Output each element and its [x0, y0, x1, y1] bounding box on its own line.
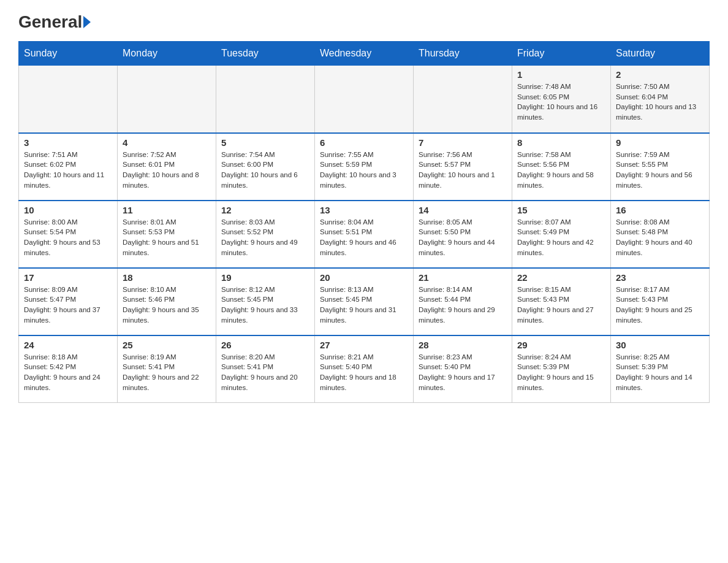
day-number: 28 — [419, 340, 507, 350]
day-info: Sunrise: 8:25 AMSunset: 5:39 PMDaylight:… — [616, 352, 704, 393]
day-number: 21 — [419, 272, 507, 283]
calendar-cell: 24Sunrise: 8:18 AMSunset: 5:42 PMDayligh… — [19, 335, 118, 403]
day-number: 30 — [616, 340, 704, 350]
day-info: Sunrise: 8:01 AMSunset: 5:53 PMDaylight:… — [123, 217, 211, 258]
calendar-cell: 19Sunrise: 8:12 AMSunset: 5:45 PMDayligh… — [216, 268, 315, 335]
day-number: 16 — [616, 205, 704, 215]
calendar-cell — [19, 66, 118, 133]
day-number: 9 — [616, 137, 704, 148]
day-number: 5 — [221, 137, 309, 148]
day-of-week-header: Sunday — [19, 42, 118, 66]
calendar-cell: 14Sunrise: 8:05 AMSunset: 5:50 PMDayligh… — [414, 201, 512, 268]
calendar-cell: 21Sunrise: 8:14 AMSunset: 5:44 PMDayligh… — [414, 268, 512, 335]
day-info: Sunrise: 8:07 AMSunset: 5:49 PMDaylight:… — [517, 217, 605, 258]
day-info: Sunrise: 8:04 AMSunset: 5:51 PMDaylight:… — [320, 217, 408, 258]
day-info: Sunrise: 8:09 AMSunset: 5:47 PMDaylight:… — [24, 285, 112, 326]
page-header: General — [18, 12, 710, 29]
day-info: Sunrise: 7:59 AMSunset: 5:55 PMDaylight:… — [616, 150, 704, 191]
logo: General — [18, 12, 91, 29]
calendar-cell — [315, 66, 414, 133]
day-number: 26 — [221, 340, 309, 350]
day-info: Sunrise: 8:03 AMSunset: 5:52 PMDaylight:… — [221, 217, 309, 258]
calendar-cell: 7Sunrise: 7:56 AMSunset: 5:57 PMDaylight… — [414, 133, 512, 201]
day-of-week-header: Saturday — [611, 42, 710, 66]
day-number: 4 — [123, 137, 211, 148]
day-info: Sunrise: 8:21 AMSunset: 5:40 PMDaylight:… — [320, 352, 408, 393]
calendar-cell: 16Sunrise: 8:08 AMSunset: 5:48 PMDayligh… — [611, 201, 710, 268]
calendar-cell: 11Sunrise: 8:01 AMSunset: 5:53 PMDayligh… — [118, 201, 216, 268]
calendar-cell: 6Sunrise: 7:55 AMSunset: 5:59 PMDaylight… — [315, 133, 414, 201]
calendar-cell: 1Sunrise: 7:48 AMSunset: 6:05 PMDaylight… — [512, 66, 611, 133]
day-number: 10 — [24, 205, 112, 215]
calendar-week-row: 24Sunrise: 8:18 AMSunset: 5:42 PMDayligh… — [19, 335, 710, 403]
day-info: Sunrise: 8:17 AMSunset: 5:43 PMDaylight:… — [616, 285, 704, 326]
calendar-cell: 26Sunrise: 8:20 AMSunset: 5:41 PMDayligh… — [216, 335, 315, 403]
calendar-cell: 13Sunrise: 8:04 AMSunset: 5:51 PMDayligh… — [315, 201, 414, 268]
calendar-cell: 3Sunrise: 7:51 AMSunset: 6:02 PMDaylight… — [19, 133, 118, 201]
calendar-week-row: 1Sunrise: 7:48 AMSunset: 6:05 PMDaylight… — [19, 66, 710, 133]
day-info: Sunrise: 7:48 AMSunset: 6:05 PMDaylight:… — [517, 82, 605, 123]
calendar-cell: 20Sunrise: 8:13 AMSunset: 5:45 PMDayligh… — [315, 268, 414, 335]
calendar-cell: 10Sunrise: 8:00 AMSunset: 5:54 PMDayligh… — [19, 201, 118, 268]
day-number: 7 — [419, 137, 507, 148]
logo-general-text: General — [18, 12, 82, 32]
day-info: Sunrise: 7:52 AMSunset: 6:01 PMDaylight:… — [123, 150, 211, 191]
day-number: 1 — [517, 69, 605, 80]
day-of-week-header: Tuesday — [216, 42, 315, 66]
calendar-week-row: 17Sunrise: 8:09 AMSunset: 5:47 PMDayligh… — [19, 268, 710, 335]
calendar-cell: 25Sunrise: 8:19 AMSunset: 5:41 PMDayligh… — [118, 335, 216, 403]
calendar-cell: 29Sunrise: 8:24 AMSunset: 5:39 PMDayligh… — [512, 335, 611, 403]
calendar-cell: 17Sunrise: 8:09 AMSunset: 5:47 PMDayligh… — [19, 268, 118, 335]
calendar-cell: 15Sunrise: 8:07 AMSunset: 5:49 PMDayligh… — [512, 201, 611, 268]
day-number: 19 — [221, 272, 309, 283]
calendar-cell: 4Sunrise: 7:52 AMSunset: 6:01 PMDaylight… — [118, 133, 216, 201]
day-number: 12 — [221, 205, 309, 215]
day-info: Sunrise: 7:56 AMSunset: 5:57 PMDaylight:… — [419, 150, 507, 191]
day-info: Sunrise: 8:24 AMSunset: 5:39 PMDaylight:… — [517, 352, 605, 393]
calendar-cell — [216, 66, 315, 133]
day-number: 14 — [419, 205, 507, 215]
day-number: 29 — [517, 340, 605, 350]
day-info: Sunrise: 8:05 AMSunset: 5:50 PMDaylight:… — [419, 217, 507, 258]
day-number: 11 — [123, 205, 211, 215]
calendar-cell: 5Sunrise: 7:54 AMSunset: 6:00 PMDaylight… — [216, 133, 315, 201]
calendar-cell: 18Sunrise: 8:10 AMSunset: 5:46 PMDayligh… — [118, 268, 216, 335]
day-number: 18 — [123, 272, 211, 283]
day-info: Sunrise: 8:12 AMSunset: 5:45 PMDaylight:… — [221, 285, 309, 326]
day-info: Sunrise: 8:15 AMSunset: 5:43 PMDaylight:… — [517, 285, 605, 326]
day-number: 17 — [24, 272, 112, 283]
header-row: SundayMondayTuesdayWednesdayThursdayFrid… — [19, 42, 710, 66]
day-info: Sunrise: 7:58 AMSunset: 5:56 PMDaylight:… — [517, 150, 605, 191]
day-info: Sunrise: 8:20 AMSunset: 5:41 PMDaylight:… — [221, 352, 309, 393]
day-of-week-header: Thursday — [414, 42, 512, 66]
day-number: 24 — [24, 340, 112, 350]
logo-arrow-icon — [83, 16, 91, 28]
calendar-cell — [414, 66, 512, 133]
calendar-cell: 8Sunrise: 7:58 AMSunset: 5:56 PMDaylight… — [512, 133, 611, 201]
day-info: Sunrise: 8:13 AMSunset: 5:45 PMDaylight:… — [320, 285, 408, 326]
calendar-cell: 2Sunrise: 7:50 AMSunset: 6:04 PMDaylight… — [611, 66, 710, 133]
day-of-week-header: Monday — [118, 42, 216, 66]
calendar-cell: 9Sunrise: 7:59 AMSunset: 5:55 PMDaylight… — [611, 133, 710, 201]
calendar-cell: 27Sunrise: 8:21 AMSunset: 5:40 PMDayligh… — [315, 335, 414, 403]
day-info: Sunrise: 8:08 AMSunset: 5:48 PMDaylight:… — [616, 217, 704, 258]
day-info: Sunrise: 8:23 AMSunset: 5:40 PMDaylight:… — [419, 352, 507, 393]
day-info: Sunrise: 7:55 AMSunset: 5:59 PMDaylight:… — [320, 150, 408, 191]
calendar-cell: 12Sunrise: 8:03 AMSunset: 5:52 PMDayligh… — [216, 201, 315, 268]
day-info: Sunrise: 8:18 AMSunset: 5:42 PMDaylight:… — [24, 352, 112, 393]
day-info: Sunrise: 7:54 AMSunset: 6:00 PMDaylight:… — [221, 150, 309, 191]
day-number: 15 — [517, 205, 605, 215]
day-number: 2 — [616, 69, 704, 80]
day-number: 6 — [320, 137, 408, 148]
day-number: 13 — [320, 205, 408, 215]
day-of-week-header: Friday — [512, 42, 611, 66]
day-info: Sunrise: 8:14 AMSunset: 5:44 PMDaylight:… — [419, 285, 507, 326]
calendar-cell: 30Sunrise: 8:25 AMSunset: 5:39 PMDayligh… — [611, 335, 710, 403]
calendar-cell — [118, 66, 216, 133]
day-number: 23 — [616, 272, 704, 283]
day-info: Sunrise: 7:50 AMSunset: 6:04 PMDaylight:… — [616, 82, 704, 123]
calendar-cell: 23Sunrise: 8:17 AMSunset: 5:43 PMDayligh… — [611, 268, 710, 335]
day-number: 25 — [123, 340, 211, 350]
day-number: 22 — [517, 272, 605, 283]
day-of-week-header: Wednesday — [315, 42, 414, 66]
